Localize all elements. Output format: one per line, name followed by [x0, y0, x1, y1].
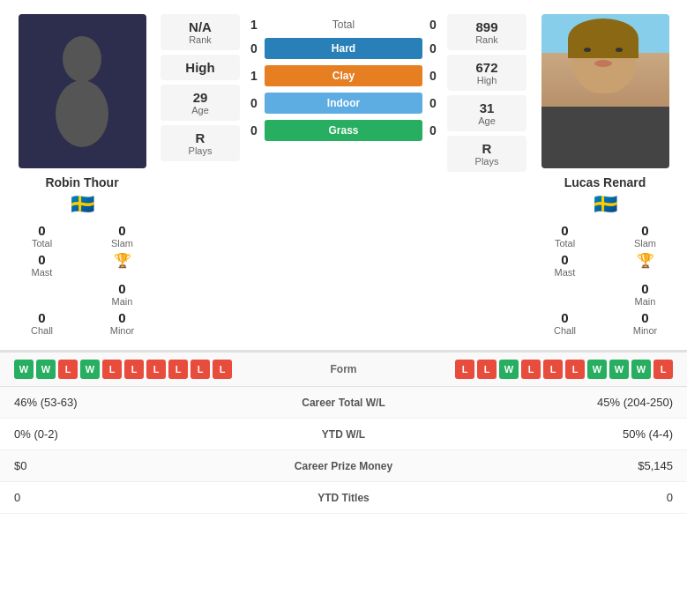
form-right: L L W L L L W W W L [386, 360, 674, 379]
player-right: Lucas Renard 🇸🇪 0 Total 0 Slam 0 Mast 🏆 [530, 14, 680, 336]
form-section: W W L W L L L L L L Form L L W L L L W W… [0, 352, 687, 387]
silhouette-svg [47, 34, 117, 149]
form-badge-r-l2: L [477, 360, 497, 379]
player-photo-left [19, 14, 146, 168]
form-badge-l-l1: L [58, 360, 78, 379]
center-panel: N/A Rank High 29 Age R Plays [157, 14, 530, 336]
left-plays-box: R Plays [161, 125, 240, 161]
form-badge-r-w3: W [609, 360, 629, 379]
form-badge-r-l5: L [565, 360, 585, 379]
stats-row-2: $0 Career Prize Money $5,145 [0, 450, 687, 482]
left-age-box: 29 Age [161, 85, 240, 121]
stat-slam-left: 0 Slam [87, 223, 157, 249]
player-name-left: Robin Thour [45, 175, 118, 189]
right-plays-box: R Plays [447, 136, 526, 172]
stat-chall-left: 0 Chall [7, 310, 77, 336]
stats-row-1: 0% (0-2) YTD W/L 50% (4-4) [0, 419, 687, 450]
right-rank-box: 899 Rank [447, 14, 526, 50]
form-left: W W L W L L L L L L [14, 360, 302, 379]
left-high-box: High [161, 55, 240, 80]
trophy-icon-left: 🏆 [114, 252, 131, 269]
stat-main-left: 0 Main [87, 281, 157, 307]
form-badge-r-l3: L [521, 360, 541, 379]
trophy-icon-right: 🏆 [637, 252, 654, 269]
right-high-box: 672 High [447, 55, 526, 91]
player-stats-left: 0 Total 0 Slam 0 Mast 🏆 0 Main [7, 223, 157, 336]
total-row: 1 Total 0 [243, 14, 444, 35]
player-section: Robin Thour 🇸🇪 0 Total 0 Slam 0 Mast 🏆 [0, 0, 687, 352]
court-indoor-btn[interactable]: Indoor [265, 93, 422, 114]
trophy-area-left: 🏆 [87, 252, 157, 278]
stat-mast-left: 0 Mast [7, 252, 77, 278]
court-row-indoor: 0 Indoor 0 [243, 93, 444, 114]
main-container: Robin Thour 🇸🇪 0 Total 0 Slam 0 Mast 🏆 [0, 0, 687, 514]
form-badge-r-l1: L [455, 360, 474, 379]
stats-row-3: 0 YTD Titles 0 [0, 482, 687, 514]
court-clay-btn[interactable]: Clay [265, 65, 422, 86]
right-center-stats: 899 Rank 672 High 31 Age R Plays [447, 14, 526, 172]
trophy-area-right: 🏆 [610, 252, 680, 278]
stat-slam-right: 0 Slam [610, 223, 680, 249]
player-photo-right [541, 14, 669, 168]
court-row-grass: 0 Grass 0 [243, 120, 444, 141]
form-badge-l-l3: L [124, 360, 144, 379]
court-grass-btn[interactable]: Grass [265, 120, 422, 141]
empty-left [7, 281, 77, 307]
stat-minor-left: 0 Minor [87, 310, 157, 336]
form-badge-l-w2: W [36, 360, 56, 379]
player-flag-right: 🇸🇪 [594, 193, 617, 216]
empty-right [530, 281, 600, 307]
form-badge-l-l6: L [190, 360, 210, 379]
form-badge-l-l2: L [102, 360, 122, 379]
form-badge-l-l4: L [146, 360, 166, 379]
stat-minor-right: 0 Minor [610, 310, 680, 336]
stat-total-right: 0 Total [530, 223, 600, 249]
stats-comparison: 46% (53-63) Career Total W/L 45% (204-25… [0, 387, 687, 514]
court-row-clay: 1 Clay 0 [243, 65, 444, 86]
court-row-hard: 0 Hard 0 [243, 38, 444, 59]
form-badge-r-l6: L [653, 360, 673, 379]
form-label: Form [309, 363, 379, 375]
form-badge-r-l4: L [543, 360, 563, 379]
form-badge-l-w3: W [80, 360, 100, 379]
center-top-area: N/A Rank High 29 Age R Plays [161, 14, 526, 172]
player-stats-right: 0 Total 0 Slam 0 Mast 🏆 0 Main [530, 223, 680, 336]
player-name-right: Lucas Renard [564, 175, 646, 189]
stat-mast-right: 0 Mast [530, 252, 600, 278]
stat-total-left: 0 Total [7, 223, 77, 249]
form-badge-r-w1: W [499, 360, 519, 379]
right-age-box: 31 Age [447, 95, 526, 131]
svg-point-1 [56, 80, 108, 147]
court-hard-btn[interactable]: Hard [265, 38, 422, 59]
stats-row-0: 46% (53-63) Career Total W/L 45% (204-25… [0, 387, 687, 419]
form-badge-r-w2: W [587, 360, 607, 379]
left-rank-box: N/A Rank [161, 14, 240, 50]
court-types-panel: 1 Total 0 0 Hard 0 1 Clay 0 [243, 14, 444, 172]
svg-point-0 [63, 36, 101, 82]
stat-main-right: 0 Main [610, 281, 680, 307]
player-flag-left: 🇸🇪 [71, 193, 94, 216]
player-left: Robin Thour 🇸🇪 0 Total 0 Slam 0 Mast 🏆 [7, 14, 157, 336]
form-badge-l-w1: W [14, 360, 34, 379]
stat-chall-right: 0 Chall [530, 310, 600, 336]
left-center-stats: N/A Rank High 29 Age R Plays [161, 14, 240, 172]
form-badge-r-w4: W [631, 360, 651, 379]
form-badge-l-l7: L [213, 360, 232, 379]
form-badge-l-l5: L [168, 360, 188, 379]
